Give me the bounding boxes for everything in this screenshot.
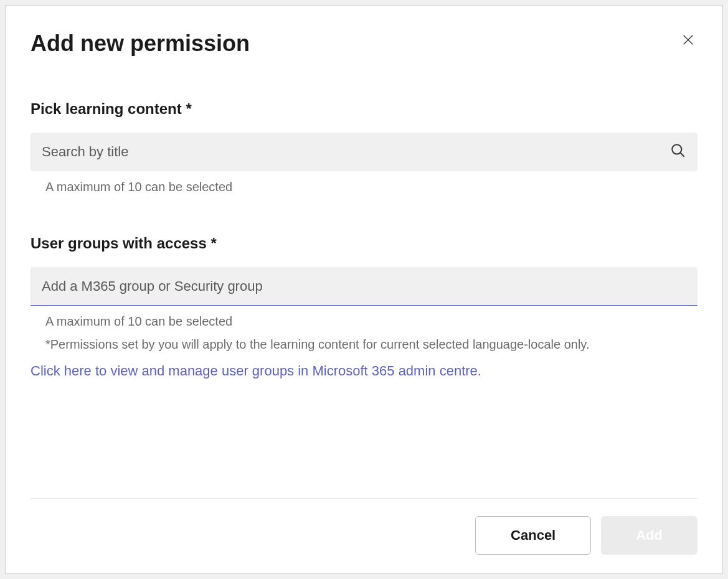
learning-content-search-box xyxy=(31,133,697,171)
user-groups-field: User groups with access * A maximum of 1… xyxy=(31,235,697,379)
user-groups-helper: A maximum of 10 can be selected xyxy=(31,314,697,329)
add-permission-dialog: Add new permission Pick learning content… xyxy=(5,5,723,574)
user-groups-input[interactable] xyxy=(31,267,697,306)
learning-content-helper: A maximum of 10 can be selected xyxy=(31,180,697,194)
dialog-header: Add new permission xyxy=(31,31,697,57)
close-icon xyxy=(681,33,695,49)
cancel-button[interactable]: Cancel xyxy=(475,516,591,555)
learning-content-label: Pick learning content * xyxy=(31,100,697,118)
dialog-title: Add new permission xyxy=(31,31,250,57)
dialog-footer: Cancel Add xyxy=(31,498,697,555)
user-groups-note: *Permissions set by you will apply to th… xyxy=(31,337,697,352)
learning-content-field: Pick learning content * A maximum of 10 … xyxy=(31,100,697,194)
user-groups-label: User groups with access * xyxy=(31,235,697,252)
manage-groups-link[interactable]: Click here to view and manage user group… xyxy=(31,363,481,379)
close-button[interactable] xyxy=(679,31,697,51)
learning-content-search-input[interactable] xyxy=(31,133,697,171)
add-button[interactable]: Add xyxy=(601,516,697,555)
